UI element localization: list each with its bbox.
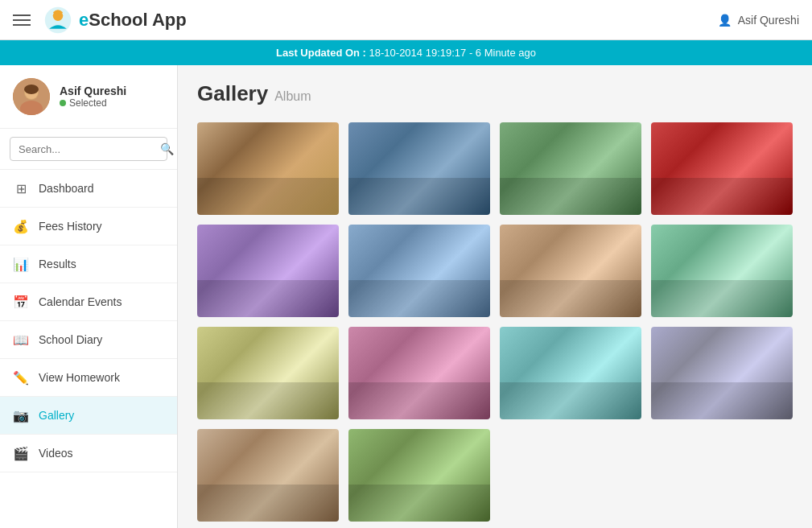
nav-item-label: Calendar Events [39, 295, 122, 308]
sidebar-item-fees-history[interactable]: 💰Fees History [0, 208, 177, 245]
user-icon: 👤 [718, 14, 732, 27]
gallery-item[interactable] [651, 327, 793, 419]
logo-icon [43, 6, 72, 35]
user-info: Asif Qureshi Selected [60, 85, 126, 109]
gallery-item[interactable] [348, 327, 490, 419]
gallery-item[interactable] [197, 327, 339, 419]
dollar-icon: 💰 [13, 218, 29, 234]
gallery-item[interactable] [500, 225, 641, 317]
calendar-icon: 📅 [13, 294, 29, 310]
grid-icon: ⊞ [13, 180, 29, 196]
nav-item-label: Gallery [39, 409, 74, 422]
edit-icon: ✏️ [13, 369, 29, 386]
update-value: 18-10-2014 19:19:17 - 6 Minute ago [369, 47, 536, 59]
sidebar-item-school-diary[interactable]: 📖School Diary [0, 321, 177, 359]
nav-item-label: Fees History [39, 220, 102, 233]
sidebar-item-videos[interactable]: 🎬Videos [0, 435, 177, 472]
svg-point-6 [24, 85, 39, 94]
nav-item-label: School Diary [39, 333, 102, 346]
gallery-item[interactable] [348, 429, 490, 522]
nav-menu: ⊞Dashboard💰Fees History📊Results📅Calendar… [0, 170, 177, 472]
gallery-item[interactable] [651, 225, 793, 317]
gallery-item[interactable] [348, 225, 490, 317]
avatar [13, 78, 50, 115]
user-section: Asif Qureshi Selected [0, 65, 177, 129]
camera-icon: 📷 [13, 407, 29, 423]
gallery-item[interactable] [197, 225, 339, 317]
page-title: Gallery [197, 81, 268, 106]
content-area: Gallery Album [178, 65, 812, 528]
gallery-item[interactable] [197, 429, 339, 522]
gallery-item[interactable] [197, 122, 339, 215]
gallery-item[interactable] [348, 122, 490, 215]
status-dot [60, 100, 66, 106]
update-label: Last Updated On : [276, 47, 366, 59]
navbar-user[interactable]: 👤 Asif Qureshi [718, 14, 799, 27]
search-icon: 🔍 [160, 142, 174, 155]
username: Asif Qureshi [60, 85, 126, 97]
nav-item-label: Dashboard [39, 182, 94, 195]
hamburger-menu[interactable] [13, 14, 31, 26]
update-bar: Last Updated On : 18-10-2014 19:19:17 - … [0, 40, 812, 65]
search-box: 🔍 [10, 137, 167, 161]
sidebar-item-gallery[interactable]: 📷Gallery [0, 397, 177, 435]
gallery-item[interactable] [651, 122, 793, 215]
gallery-item[interactable] [500, 327, 641, 419]
sidebar-item-dashboard[interactable]: ⊞Dashboard [0, 170, 177, 208]
nav-item-label: Videos [39, 447, 73, 460]
sidebar: Asif Qureshi Selected 🔍 ⊞Dashboard💰Fees … [0, 65, 178, 528]
gallery-item[interactable] [500, 122, 641, 215]
page-header: Gallery Album [197, 81, 793, 106]
bar-chart-icon: 📊 [13, 256, 29, 272]
main-layout: Asif Qureshi Selected 🔍 ⊞Dashboard💰Fees … [0, 65, 812, 528]
user-status: Selected [60, 97, 126, 109]
sidebar-item-results[interactable]: 📊Results [0, 245, 177, 283]
nav-item-label: View Homework [39, 371, 120, 384]
gallery-grid [197, 122, 793, 522]
nav-item-label: Results [39, 258, 76, 270]
search-input[interactable] [19, 143, 154, 155]
status-text: Selected [69, 97, 107, 109]
navbar-left: eSchool App [13, 6, 187, 35]
navbar-username: Asif Qureshi [738, 14, 799, 27]
sidebar-item-calendar-events[interactable]: 📅Calendar Events [0, 283, 177, 321]
book-icon: 📖 [13, 332, 29, 348]
navbar: eSchool App 👤 Asif Qureshi [0, 0, 812, 40]
page-subtitle: Album [274, 89, 311, 104]
sidebar-item-view-homework[interactable]: ✏️View Homework [0, 359, 177, 397]
film-icon: 🎬 [13, 445, 29, 461]
logo-text: eSchool App [79, 10, 187, 31]
logo-area: eSchool App [43, 6, 187, 35]
search-section: 🔍 [0, 129, 177, 170]
